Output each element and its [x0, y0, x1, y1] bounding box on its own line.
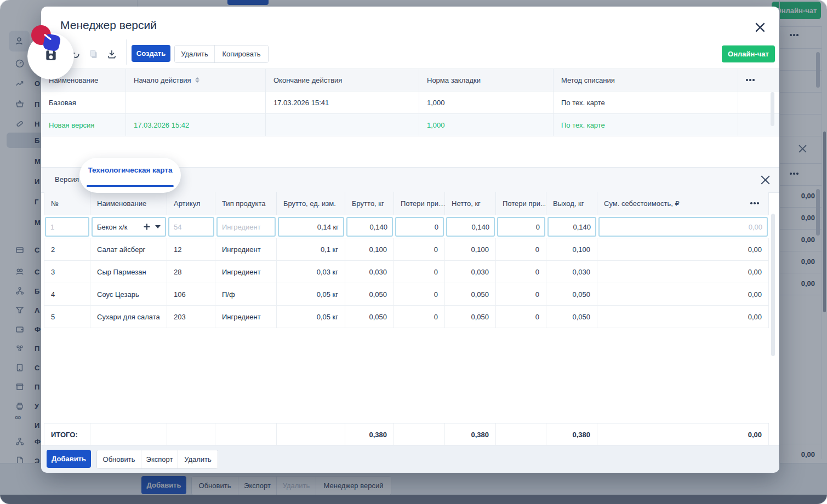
add-ingredient-icon[interactable]: [143, 223, 151, 231]
add-ingredient-button[interactable]: Добавить: [47, 450, 91, 468]
versions-table-header: Наименование Начало действия Окончание д…: [41, 68, 779, 91]
column-menu-icon[interactable]: [746, 79, 755, 81]
versions-table: Наименование Начало действия Окончание д…: [41, 68, 779, 136]
ingredient-name-value: Бекон х/к: [97, 223, 139, 231]
column-header[interactable]: Брутто, кг: [345, 192, 394, 215]
column-header[interactable]: №: [44, 192, 90, 215]
version-norm: 1,000: [419, 91, 554, 113]
tech-table-body: 2 Салат айсберг 12 Ингредиент 0,1 кг 0,1…: [44, 238, 769, 328]
column-header[interactable]: Артикул: [167, 192, 215, 215]
tab-tech-card-spotlight: Технологическая карта: [79, 158, 181, 193]
version-method: По тех. карте: [554, 91, 738, 113]
totals-label: ИТОГО:: [44, 423, 90, 445]
version-start: [126, 91, 266, 113]
export-button[interactable]: Экспорт: [141, 450, 178, 468]
column-header[interactable]: Наименование: [90, 192, 167, 215]
totals-cost: 0,00: [597, 423, 769, 445]
product-type-input[interactable]: Ингредиент: [216, 217, 276, 237]
net-kg-input[interactable]: 0,140: [446, 217, 495, 237]
gross-unit-input[interactable]: 0,14 кг: [278, 217, 344, 237]
totals-gross: 0,380: [345, 423, 394, 445]
delete-version-button[interactable]: Удалить: [175, 45, 214, 62]
refresh-button[interactable]: Обновить: [97, 450, 141, 468]
create-button[interactable]: Создать: [132, 45, 170, 62]
sku-input[interactable]: 54: [168, 217, 214, 237]
copy-version-button[interactable]: Копировать: [214, 45, 268, 62]
delete-ingredient-button[interactable]: Удалить: [178, 450, 218, 468]
version-name: Базовая: [41, 91, 126, 113]
version-end: [266, 114, 419, 136]
ingredient-row[interactable]: 2 Салат айсберг 12 Ингредиент 0,1 кг 0,1…: [44, 238, 769, 261]
active-tab-underline: [87, 185, 174, 187]
column-menu-cell: [738, 69, 779, 91]
output-kg-input[interactable]: 0,140: [547, 217, 596, 237]
version-row-base[interactable]: Базовая 17.03.2026 15:41 1,000 По тех. к…: [41, 91, 779, 114]
gross-kg-input[interactable]: 0,140: [346, 217, 393, 237]
version-name: Новая версия: [41, 114, 126, 136]
version-start: 17.03.2026 15:42: [126, 114, 266, 136]
loss-heat-input[interactable]: 0: [497, 217, 545, 237]
sort-icon[interactable]: [195, 77, 199, 83]
totals-output: 0,380: [546, 423, 597, 445]
screen: О П Н Б М И Г М С С: [0, 0, 827, 504]
ingredient-name-input[interactable]: Бекон х/к: [92, 217, 166, 237]
loss-cold-input[interactable]: 0: [395, 217, 444, 237]
column-header[interactable]: Брутто, ед. изм.: [277, 192, 345, 215]
copy-icon-disabled[interactable]: [89, 49, 99, 59]
version-method: По тех. карте: [554, 114, 738, 136]
version-norm: 1,000: [419, 114, 554, 136]
totals-net: 0,380: [445, 423, 496, 445]
column-header[interactable]: Потери при…: [496, 192, 546, 215]
version-manager-modal: Менеджер версий Создать Удалить Копирова…: [41, 7, 779, 472]
tab-tech-card[interactable]: Технологическая карта: [79, 166, 181, 174]
ingredient-row[interactable]: 4 Соус Цезарь 106 П/ф 0,05 кг 0,050 0 0,…: [44, 283, 769, 306]
ingredient-edit-row: 1 Бекон х/к 54 Ингредиент 0,14 кг 0,140 …: [44, 215, 769, 238]
tech-card-table: № Наименование Артикул Тип продукта Брут…: [44, 192, 769, 328]
row-number-input[interactable]: 1: [45, 217, 89, 237]
column-header[interactable]: Метод списания: [554, 69, 738, 91]
column-header[interactable]: Сум. себестоимость, ₽: [597, 192, 769, 215]
versions-scrollbar-thumb[interactable]: [771, 92, 774, 126]
column-header[interactable]: Потери при…: [394, 192, 445, 215]
modal-title: Менеджер версий: [60, 19, 157, 32]
ingredient-row[interactable]: 3 Сыр Пармезан 28 Ингредиент 0,03 кг 0,0…: [44, 261, 769, 283]
column-header[interactable]: Окончание действия: [266, 69, 419, 91]
chevron-down-icon[interactable]: [155, 225, 161, 228]
column-header[interactable]: Выход, кг: [546, 192, 597, 215]
tech-scrollbar-thumb[interactable]: [771, 214, 775, 356]
column-menu-icon[interactable]: [750, 202, 759, 204]
ingredient-row[interactable]: 5 Сухари для салата 203 Ингредиент 0,05 …: [44, 306, 769, 328]
version-row-new-selected[interactable]: Новая версия 17.03.2026 15:42 1,000 По т…: [41, 114, 779, 136]
toolbar-divider: [126, 39, 127, 65]
version-end: 17.03.2026 15:41: [266, 91, 419, 113]
close-icon[interactable]: [755, 22, 765, 32]
column-header[interactable]: Норма закладки: [419, 69, 554, 91]
totals-row: ИТОГО: 0,380 0,380 0,380 0,00: [44, 423, 769, 446]
tab-version[interactable]: Версия: [55, 175, 79, 184]
online-chat-button[interactable]: Онлайн-чат: [722, 45, 775, 62]
download-icon[interactable]: [107, 49, 117, 59]
column-header[interactable]: Нетто, кг: [445, 192, 496, 215]
close-icon[interactable]: [761, 175, 770, 185]
modal-footer: Добавить Обновить Экспорт Удалить: [41, 445, 779, 473]
column-header[interactable]: Тип продукта: [215, 192, 277, 215]
cost-input[interactable]: 0,00: [598, 217, 768, 237]
column-header-sortable[interactable]: Начало действия: [126, 69, 266, 91]
tech-table-header: № Наименование Артикул Тип продукта Брут…: [44, 192, 769, 215]
quickresto-logo[interactable]: [31, 23, 62, 54]
